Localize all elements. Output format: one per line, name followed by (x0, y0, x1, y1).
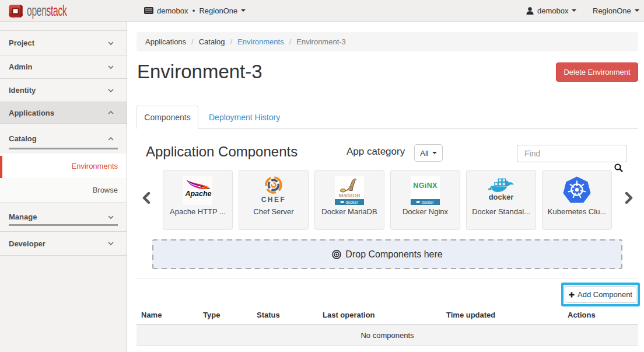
svg-text:docker: docker (421, 200, 434, 204)
svg-text:CHEF: CHEF (261, 196, 286, 204)
svg-text:docker: docker (489, 193, 514, 201)
svg-text:Apache: Apache (184, 190, 211, 198)
svg-text:docker: docker (345, 200, 358, 204)
svg-text:MariaDB: MariaDB (339, 192, 360, 198)
svg-text:NGiNX: NGiNX (413, 182, 438, 190)
